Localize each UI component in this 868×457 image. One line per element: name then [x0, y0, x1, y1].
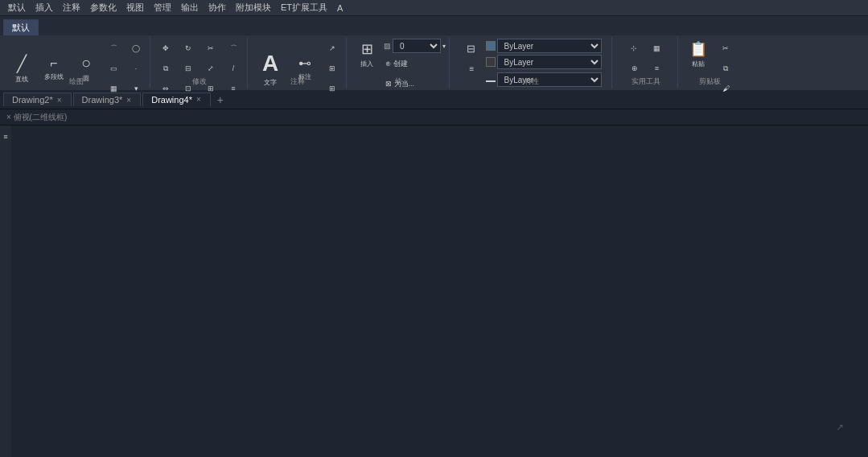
left-toolbar-strip: ≡: [0, 126, 11, 457]
canvas-area[interactable]: ≡ ↗: [0, 126, 868, 457]
properties-group-label: 特性: [525, 76, 539, 87]
markup-tool[interactable]: ⊞: [322, 79, 343, 98]
block-group-label: 块: [395, 76, 402, 87]
utilities-group-label: 实用工具: [631, 76, 660, 87]
color-swatch: [486, 57, 496, 67]
arc-tool[interactable]: ⌒: [103, 39, 124, 58]
text-tool[interactable]: A 文字: [253, 39, 288, 109]
rect-tool[interactable]: ▭: [103, 59, 124, 78]
text-icon: A: [262, 51, 278, 76]
ribbon-group-annotation: A 文字 ⊷ 标注 ↗ ⊞ ⊞ 注释: [249, 37, 347, 89]
polyline-tool[interactable]: ⌐ 多段线: [39, 39, 69, 109]
quick-calc-tool[interactable]: ▦: [647, 39, 668, 58]
layer-select[interactable]: ByLayer: [497, 39, 602, 53]
polyline-icon: ⌐: [50, 56, 57, 71]
fillet-tool[interactable]: ⌒: [223, 39, 244, 58]
convert-to-block[interactable]: ⊠ 为当...: [384, 74, 440, 93]
menu-insert[interactable]: 插入: [31, 1, 58, 14]
dimension-icon: ⊷: [298, 56, 311, 71]
copy-clipboard-tool[interactable]: ⧉: [715, 59, 736, 78]
circle-icon: ○: [81, 54, 91, 72]
left-tool-1[interactable]: ≡: [1, 127, 10, 146]
id-point-tool[interactable]: ⊕: [624, 59, 645, 78]
hatch-tool[interactable]: ▦: [103, 79, 124, 98]
linetype-select[interactable]: ByLayer: [497, 72, 602, 87]
layer-color-swatch: [486, 41, 496, 51]
properties-tools: ⊟ ≡ ByLayer ByLayer: [462, 39, 602, 109]
menu-et[interactable]: ET扩展工具: [276, 1, 332, 14]
circle-tool[interactable]: ○ 圆: [71, 39, 101, 109]
menu-manage[interactable]: 管理: [149, 1, 176, 14]
table-tool[interactable]: ⊞: [322, 59, 343, 78]
cut-tool[interactable]: ✂: [715, 39, 736, 58]
point-tool[interactable]: ·: [125, 59, 146, 78]
draw-group-label: 绘图: [69, 76, 84, 87]
chamfer-tool[interactable]: /: [223, 59, 244, 78]
ribbon-content: ╱ 直线 ⌐ 多段线 ○ 圆 ⌒ ▭ ▦ ◯ ·: [0, 35, 868, 90]
trim-tool[interactable]: ✂: [200, 39, 221, 58]
ribbon-group-block: ⊞ 插入 ▨ 0 ▾ ⊕ 创建 ⊠ 为当... 块: [348, 37, 450, 89]
menu-bar: 默认 插入 注释 参数化 视图 管理 输出 协作 附加模块 ET扩展工具 A: [0, 0, 868, 16]
block-dropdown-icon: ▾: [442, 43, 446, 50]
line-tool[interactable]: ╱ 直线: [6, 39, 37, 109]
insert-block-tool[interactable]: ⊞ 插入: [352, 39, 382, 80]
dimension-tool[interactable]: ⊷ 标注: [290, 39, 320, 109]
move-tool[interactable]: ✥: [155, 39, 176, 58]
linetype-swatch: [486, 80, 496, 82]
layer-properties-manager[interactable]: ⊟: [462, 39, 481, 58]
annotation-group-label: 注释: [290, 76, 305, 87]
ribbon-tab-default[interactable]: 默认: [3, 19, 39, 35]
ribbon-group-utilities: ⊹ ⊕ ▦ ≡ 实用工具: [614, 37, 678, 89]
paste-tool[interactable]: 📋 粘贴: [683, 39, 714, 80]
insert-block-icon: ⊞: [361, 40, 373, 58]
extend-tool[interactable]: ⤢: [200, 59, 221, 78]
menu-default[interactable]: 默认: [3, 1, 31, 14]
ribbon-group-clipboard: 📋 粘贴 ✂ ⧉ 🖌 剪贴板: [680, 37, 739, 89]
create-block[interactable]: ⊕ 创建: [384, 54, 440, 73]
menu-a[interactable]: A: [332, 2, 348, 14]
measure-tool[interactable]: ⊹: [624, 39, 644, 58]
block-counter-icon: ▨: [384, 42, 391, 50]
layer-tool-2[interactable]: ≡: [462, 59, 483, 78]
color-select[interactable]: ByLayer: [497, 55, 602, 69]
more-draw[interactable]: ▾: [125, 79, 146, 98]
menu-output[interactable]: 输出: [176, 1, 204, 14]
clipboard-group-label: 剪贴板: [699, 76, 721, 87]
ellipse-tool[interactable]: ◯: [125, 39, 146, 58]
mirror-tool[interactable]: ⊟: [178, 59, 199, 78]
rotate-tool[interactable]: ↻: [178, 39, 199, 58]
menu-collaborate[interactable]: 协作: [204, 1, 231, 14]
leader-tool[interactable]: ↗: [322, 39, 343, 58]
menu-addons[interactable]: 附加模块: [231, 1, 276, 14]
menu-view[interactable]: 视图: [121, 1, 149, 14]
ribbon-group-modify: ✥ ⧉ ⇔ ↻ ⊟ ⊡ ✂ ⤢ ⊞ ⌒ / ≡: [152, 37, 248, 89]
menu-annotate[interactable]: 注释: [58, 1, 85, 14]
stretch-tool[interactable]: ⇔: [155, 79, 176, 98]
modify-group-label: 修改: [192, 76, 207, 87]
paste-icon: 📋: [689, 40, 707, 58]
list-tool[interactable]: ≡: [647, 59, 668, 78]
copy-tool[interactable]: ⧉: [155, 59, 176, 78]
line-icon: ╱: [17, 54, 27, 73]
ribbon-group-properties: ⊟ ≡ ByLayer ByLayer: [451, 37, 612, 89]
utilities-tools: ⊹ ⊕ ▦ ≡: [624, 39, 668, 101]
ribbon-group-draw: ╱ 直线 ⌐ 多段线 ○ 圆 ⌒ ▭ ▦ ◯ ·: [3, 37, 150, 89]
menu-parametric[interactable]: 参数化: [85, 1, 121, 14]
ribbon-tabs: 默认: [0, 16, 868, 35]
cursor-indicator: ↗: [836, 422, 844, 433]
more-modify[interactable]: ≡: [223, 79, 244, 98]
block-counter-select[interactable]: 0: [393, 39, 441, 53]
